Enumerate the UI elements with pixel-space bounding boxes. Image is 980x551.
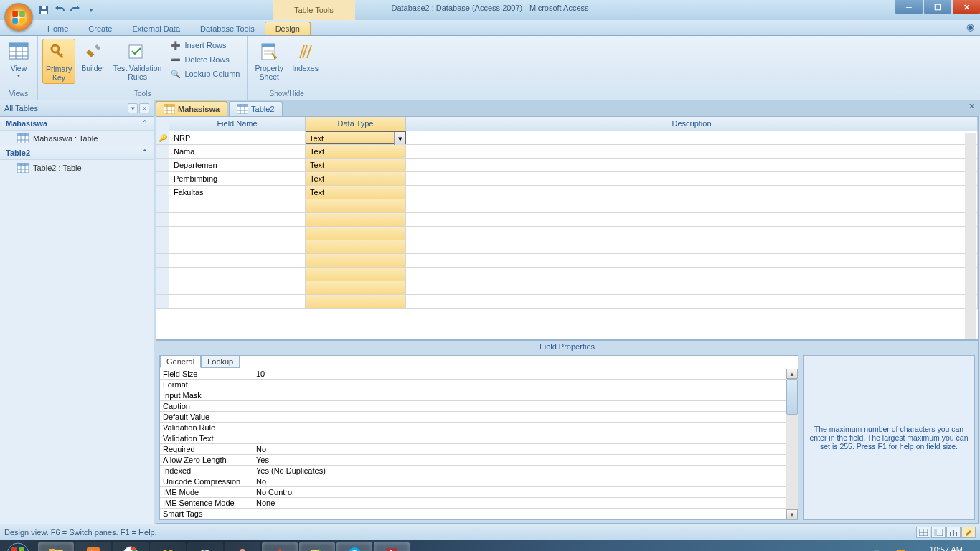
property-value[interactable] bbox=[253, 509, 798, 519]
scroll-thumb[interactable] bbox=[786, 379, 798, 415]
design-row[interactable]: FakultasText bbox=[156, 186, 978, 199]
taskbar-paint[interactable] bbox=[187, 542, 223, 551]
data-type-cell[interactable] bbox=[306, 268, 406, 281]
undo-icon[interactable] bbox=[53, 4, 66, 17]
primary-key-button[interactable]: Primary Key bbox=[42, 39, 75, 84]
property-value[interactable] bbox=[253, 401, 798, 411]
tray-clock[interactable]: 10:57 AM 4/22/2015 bbox=[928, 545, 963, 551]
row-selector[interactable] bbox=[156, 199, 169, 212]
nav-item[interactable]: Mahasiswa : Table bbox=[0, 131, 154, 146]
row-selector[interactable] bbox=[156, 268, 169, 281]
nav-group-header[interactable]: Table2⌃ bbox=[0, 146, 154, 160]
taskbar-chrome[interactable] bbox=[113, 542, 149, 551]
taskbar-skype[interactable]: S bbox=[336, 542, 372, 551]
field-name-cell[interactable] bbox=[169, 295, 306, 308]
col-description[interactable]: Description bbox=[406, 117, 978, 131]
property-row[interactable]: Unicode CompressionNo bbox=[160, 476, 798, 487]
property-row[interactable]: Field Size10 bbox=[160, 369, 798, 380]
field-name-cell[interactable] bbox=[169, 213, 306, 226]
field-name-cell[interactable] bbox=[169, 240, 306, 253]
col-field-name[interactable]: Field Name bbox=[169, 117, 306, 131]
property-row[interactable]: Allow Zero LengthYes bbox=[160, 455, 798, 466]
property-value[interactable]: No bbox=[253, 476, 798, 486]
field-name-cell[interactable]: Fakultas bbox=[169, 186, 306, 199]
design-row[interactable] bbox=[156, 213, 978, 227]
redo-icon[interactable] bbox=[69, 4, 82, 17]
view-design-button[interactable] bbox=[961, 527, 976, 538]
start-button[interactable] bbox=[3, 542, 33, 551]
description-cell[interactable] bbox=[406, 186, 978, 199]
show-desktop-button[interactable] bbox=[969, 542, 974, 551]
field-name-cell[interactable]: Pembimbing bbox=[169, 172, 306, 185]
tab-design[interactable]: Design bbox=[265, 22, 311, 35]
property-row[interactable]: IME Sentence ModeNone bbox=[160, 498, 798, 509]
description-cell[interactable] bbox=[406, 172, 978, 185]
row-selector[interactable] bbox=[156, 227, 169, 240]
field-name-cell[interactable] bbox=[169, 199, 306, 212]
close-button[interactable]: ✕ bbox=[953, 0, 980, 14]
property-value[interactable]: Yes (No Duplicates) bbox=[253, 466, 798, 476]
tab-external-data[interactable]: External Data bbox=[122, 22, 190, 35]
property-value[interactable]: 10 bbox=[253, 369, 798, 379]
description-cell[interactable] bbox=[406, 240, 978, 253]
property-row[interactable]: Validation Rule bbox=[160, 423, 798, 433]
data-type-cell[interactable]: Text bbox=[306, 145, 406, 158]
design-row[interactable] bbox=[156, 254, 978, 268]
data-type-cell[interactable] bbox=[306, 227, 406, 240]
field-name-cell[interactable]: Nama bbox=[169, 145, 306, 158]
nav-group-header[interactable]: Mahasiswa⌃ bbox=[0, 117, 154, 131]
data-type-cell[interactable] bbox=[306, 199, 406, 212]
minimize-button[interactable]: ─ bbox=[895, 0, 923, 14]
row-selector[interactable] bbox=[156, 159, 169, 171]
row-selector[interactable] bbox=[156, 186, 169, 199]
field-name-cell[interactable] bbox=[169, 254, 306, 267]
property-row[interactable]: IndexedYes (No Duplicates) bbox=[160, 466, 798, 476]
data-type-cell[interactable] bbox=[306, 254, 406, 267]
row-selector[interactable] bbox=[156, 281, 169, 294]
view-datasheet-button[interactable] bbox=[916, 527, 930, 538]
property-row[interactable]: Validation Text bbox=[160, 433, 798, 444]
nav-header[interactable]: All Tables ▾« bbox=[0, 100, 154, 117]
test-validation-button[interactable]: Test Validation Rules bbox=[110, 39, 165, 83]
property-value[interactable] bbox=[253, 423, 798, 433]
row-selector[interactable] bbox=[156, 145, 169, 158]
nav-dropdown-icon[interactable]: ▾ bbox=[128, 103, 138, 113]
design-row[interactable]: PembimbingText bbox=[156, 172, 978, 186]
taskbar-access[interactable] bbox=[374, 542, 410, 551]
tab-home[interactable]: Home bbox=[37, 22, 78, 35]
property-row[interactable]: Smart Tags bbox=[160, 509, 798, 519]
nav-collapse-icon[interactable]: « bbox=[139, 103, 149, 113]
property-row[interactable]: Format bbox=[160, 380, 798, 390]
property-value[interactable] bbox=[253, 412, 798, 422]
description-cell[interactable] bbox=[406, 281, 978, 294]
row-selector[interactable] bbox=[156, 254, 169, 267]
view-button[interactable]: View ▼ bbox=[4, 39, 33, 80]
data-type-cell[interactable]: Text bbox=[306, 159, 406, 171]
description-cell[interactable] bbox=[406, 268, 978, 281]
field-name-cell[interactable] bbox=[169, 268, 306, 281]
data-type-cell[interactable]: Text▾ bbox=[306, 131, 406, 144]
view-pivottable-button[interactable] bbox=[931, 527, 946, 538]
taskbar-app3[interactable] bbox=[299, 542, 335, 551]
design-row[interactable] bbox=[156, 281, 978, 295]
row-selector[interactable] bbox=[156, 172, 169, 185]
property-sheet-button[interactable]: Property Sheet bbox=[252, 39, 286, 83]
property-value[interactable]: Yes bbox=[253, 455, 798, 465]
design-row[interactable]: DepartemenText bbox=[156, 159, 978, 172]
field-name-cell[interactable]: NRP bbox=[169, 131, 306, 144]
dropdown-icon[interactable]: ▾ bbox=[394, 132, 405, 145]
scroll-up-icon[interactable]: ▲ bbox=[786, 369, 798, 379]
property-value[interactable]: None bbox=[253, 498, 798, 508]
design-row[interactable]: NamaText bbox=[156, 145, 978, 159]
data-type-cell[interactable] bbox=[306, 240, 406, 253]
property-row[interactable]: Default Value bbox=[160, 412, 798, 423]
office-button[interactable] bbox=[4, 3, 33, 32]
help-button[interactable]: ◉ bbox=[966, 22, 974, 32]
delete-rows-button[interactable]: ➖Delete Rows bbox=[167, 53, 242, 66]
field-name-cell[interactable] bbox=[169, 281, 306, 294]
description-cell[interactable] bbox=[406, 227, 978, 240]
property-row[interactable]: Caption bbox=[160, 401, 798, 412]
col-data-type[interactable]: Data Type bbox=[306, 117, 406, 131]
builder-button[interactable]: Builder bbox=[78, 39, 108, 75]
fp-tab-general[interactable]: General bbox=[160, 355, 201, 368]
